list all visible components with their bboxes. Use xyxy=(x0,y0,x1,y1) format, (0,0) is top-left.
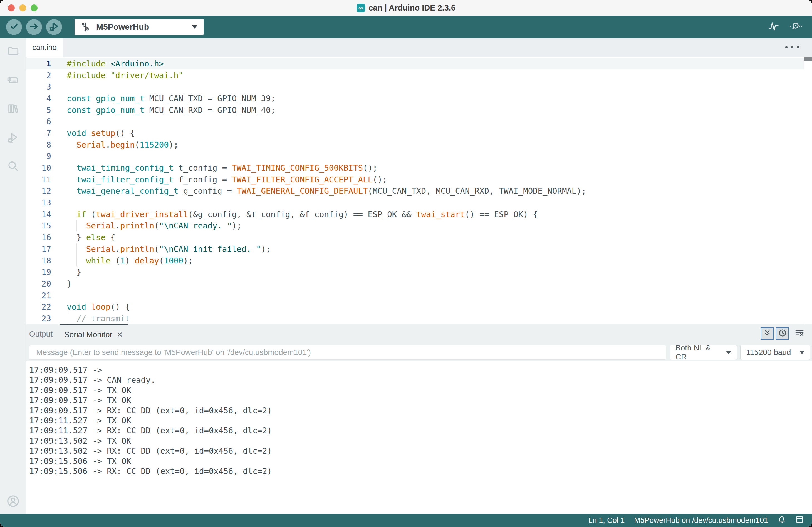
editor-more-menu[interactable] xyxy=(785,46,799,48)
sidebar-item-profile[interactable] xyxy=(6,495,20,508)
code-line[interactable]: 6 xyxy=(26,116,812,127)
arduino-logo-icon: ∞ xyxy=(357,4,365,12)
code-line[interactable]: 4const gpio_num_t MCU_CAN_TXD = GPIO_NUM… xyxy=(26,92,812,104)
serial-output-line: 17:09:09.517 -> TX OK xyxy=(29,395,812,405)
code-text: const gpio_num_t MCU_CAN_RXD = GPIO_NUM_… xyxy=(67,104,812,116)
code-line[interactable]: 7void setup() { xyxy=(26,127,812,139)
search-icon xyxy=(7,160,19,174)
sidebar-item-search[interactable] xyxy=(6,160,20,174)
line-number: 16 xyxy=(26,233,67,242)
code-line[interactable]: 17 Serial.println("\nCAN init failed. ")… xyxy=(26,243,812,255)
code-line[interactable]: 19 } xyxy=(26,266,812,278)
serial-output-line: 17:09:09.517 -> CAN ready. xyxy=(29,375,812,385)
code-text xyxy=(67,151,812,162)
debug-button[interactable] xyxy=(46,19,62,35)
line-ending-select[interactable]: Both NL & CR xyxy=(670,345,737,360)
line-number: 5 xyxy=(26,105,67,115)
code-line[interactable]: 20} xyxy=(26,278,812,290)
board-selector[interactable]: M5PowerHub xyxy=(74,19,204,35)
baud-rate-select[interactable]: 115200 baud xyxy=(740,345,810,360)
code-line[interactable]: 9 xyxy=(26,151,812,162)
line-number: 11 xyxy=(26,175,67,184)
code-line[interactable]: 15 Serial.println("\nCAN ready. "); xyxy=(26,220,812,232)
double-chevron-down-icon xyxy=(763,329,771,338)
bottom-panel: Output Serial Monitor ✕ xyxy=(26,324,812,514)
line-number: 8 xyxy=(26,140,67,149)
tab-output[interactable]: Output xyxy=(26,324,60,344)
line-number: 10 xyxy=(26,163,67,173)
toolbar-right xyxy=(768,20,802,34)
clear-output-button[interactable] xyxy=(793,327,806,340)
code-line[interactable]: 18 while (1) delay(1000); xyxy=(26,255,812,266)
editor-tab-bar: can.ino xyxy=(26,38,812,57)
line-number: 6 xyxy=(26,117,67,126)
panel-header: Output Serial Monitor ✕ xyxy=(26,324,812,344)
board-port-status: M5PowerHub on /dev/cu.usbmodem101 xyxy=(634,516,768,525)
toolbar: M5PowerHub xyxy=(0,16,812,38)
code-line[interactable]: 5const gpio_num_t MCU_CAN_RXD = GPIO_NUM… xyxy=(26,104,812,116)
code-line[interactable]: 11 twai_filter_config_t f_config = TWAI_… xyxy=(26,174,812,186)
window-title-text: can | Arduino IDE 2.3.6 xyxy=(368,3,455,13)
verify-button[interactable] xyxy=(6,19,22,35)
app-window: ∞ can | Arduino IDE 2.3.6 M5PowerHub xyxy=(0,0,812,527)
code-text: void loop() { xyxy=(67,301,812,313)
sidebar-item-debug[interactable] xyxy=(6,131,20,145)
bug-play-icon xyxy=(49,21,60,33)
notifications-button[interactable] xyxy=(778,515,786,526)
zoom-window-button[interactable] xyxy=(31,4,38,11)
close-window-button[interactable] xyxy=(8,4,15,11)
code-line[interactable]: 13 xyxy=(26,197,812,208)
code-text: #include <Arduino.h> xyxy=(67,58,812,70)
code-editor[interactable]: 1#include <Arduino.h>2#include "driver/t… xyxy=(26,57,812,324)
serial-plotter-button[interactable] xyxy=(768,20,780,34)
panel-layout-icon xyxy=(795,515,804,526)
serial-output-line: 17:09:11.527 -> RX: CC DD (ext=0, id=0x4… xyxy=(29,426,812,436)
code-line[interactable]: 10 twai_timing_config_t t_config = TWAI_… xyxy=(26,162,812,174)
close-icon[interactable]: ✕ xyxy=(117,331,123,338)
timestamp-toggle-button[interactable] xyxy=(776,327,789,340)
code-line[interactable]: 8 Serial.begin(115200); xyxy=(26,139,812,151)
code-text xyxy=(67,290,812,301)
sidebar-item-boards-manager[interactable] xyxy=(6,74,20,87)
code-text: Serial.println("\nCAN init failed. "); xyxy=(67,243,812,255)
code-line[interactable]: 14 if (twai_driver_install(&g_config, &t… xyxy=(26,208,812,220)
tab-serial-monitor[interactable]: Serial Monitor ✕ xyxy=(60,324,128,344)
code-line[interactable]: 12 twai_general_config_t g_config = TWAI… xyxy=(26,186,812,197)
serial-monitor-button[interactable] xyxy=(789,20,802,34)
toggle-panel-button[interactable] xyxy=(795,515,804,526)
code-text: Serial.println("\nCAN ready. "); xyxy=(67,220,812,232)
serial-output-line: 17:09:13.502 -> TX OK xyxy=(29,436,812,446)
autoscroll-toggle-button[interactable] xyxy=(760,327,774,340)
code-line[interactable]: 16 } else { xyxy=(26,232,812,243)
code-line[interactable]: 3 xyxy=(26,81,812,92)
line-number: 13 xyxy=(26,198,67,207)
code-line[interactable]: 23 // transmit xyxy=(26,313,812,324)
upload-button[interactable] xyxy=(26,19,42,35)
code-text: const gpio_num_t MCU_CAN_TXD = GPIO_NUM_… xyxy=(67,92,812,104)
indent-guide xyxy=(76,220,77,232)
line-number: 17 xyxy=(26,244,67,254)
line-number: 1 xyxy=(26,59,67,68)
minimize-window-button[interactable] xyxy=(19,4,26,11)
serial-message-input[interactable] xyxy=(29,345,666,360)
arrow-right-icon xyxy=(29,21,40,33)
code-line[interactable]: 22void loop() { xyxy=(26,301,812,313)
code-line[interactable]: 21 xyxy=(26,290,812,301)
sidebar-item-sketchbook[interactable] xyxy=(6,45,20,58)
line-number: 19 xyxy=(26,267,67,277)
code-line[interactable]: 2#include "driver/twai.h" xyxy=(26,70,812,81)
code-text: // transmit xyxy=(67,313,812,324)
code-line[interactable]: 1#include <Arduino.h> xyxy=(26,58,812,70)
code-text: while (1) delay(1000); xyxy=(67,255,812,266)
line-number: 12 xyxy=(26,186,67,196)
bug-play-icon xyxy=(7,131,19,145)
tab-can-ino[interactable]: can.ino xyxy=(26,38,62,57)
code-text: twai_filter_config_t f_config = TWAI_FIL… xyxy=(67,174,812,186)
activity-sidebar xyxy=(0,38,26,514)
code-text: } xyxy=(67,266,812,278)
editor-scrollbar[interactable] xyxy=(804,57,812,324)
line-number: 22 xyxy=(26,302,67,311)
sidebar-item-library-manager[interactable] xyxy=(6,103,20,116)
editor-scrollbar-thumb[interactable] xyxy=(804,57,812,61)
code-text: if (twai_driver_install(&g_config, &t_co… xyxy=(67,208,812,220)
